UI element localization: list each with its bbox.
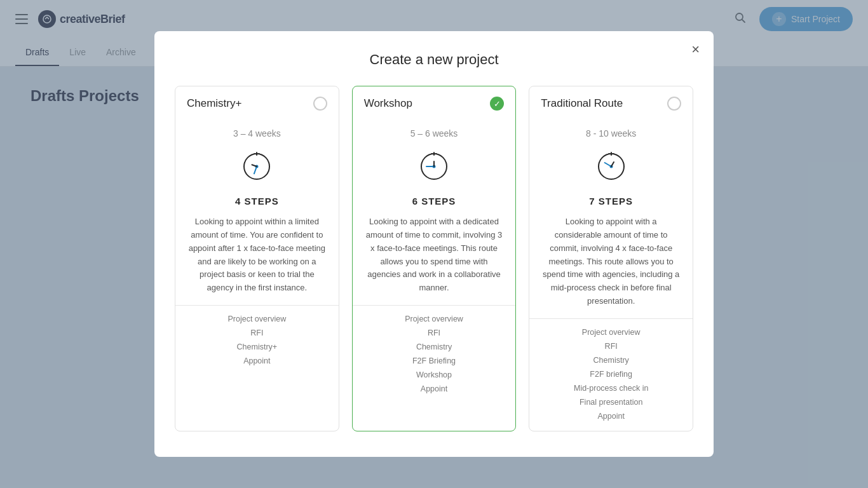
card-steps-list: Project overviewRFIChemistryF2F briefing… (529, 328, 693, 421)
card-header: Workshop ✓ (353, 86, 516, 121)
card-header: Traditional Route (529, 86, 693, 121)
step-item: Chemistry+ (237, 342, 278, 351)
step-item: F2F Briefing (412, 356, 456, 365)
card-divider (529, 318, 693, 319)
step-item: Appoint (243, 356, 270, 365)
step-item: RFI (428, 329, 440, 337)
step-item: Chemistry (593, 356, 629, 365)
modal-header: Create a new project (175, 51, 693, 68)
modal-close-button[interactable]: × (691, 43, 700, 57)
selected-check-icon: ✓ (490, 97, 504, 111)
card-title: Chemistry+ (187, 97, 241, 110)
card-divider (353, 305, 516, 306)
card-title: Workshop (364, 97, 412, 110)
card-description: Looking to appoint with a dedicated amou… (353, 215, 516, 295)
step-item: RFI (605, 342, 618, 351)
card-steps-label: 4 STEPS (235, 196, 279, 207)
card-weeks: 3 – 4 weeks (233, 128, 281, 139)
svg-line-16 (604, 163, 611, 166)
svg-line-5 (252, 165, 257, 167)
clock-icon (595, 150, 628, 186)
step-item: Chemistry (416, 342, 452, 351)
card-weeks: 5 – 6 weeks (410, 128, 458, 139)
card-description: Looking to appoint with a considerable a… (529, 215, 693, 308)
svg-line-4 (254, 166, 257, 173)
card-header: Chemistry+ (175, 86, 339, 121)
step-item: Project overview (582, 328, 641, 337)
step-item: Mid-process check in (574, 384, 648, 393)
card-steps-label: 6 STEPS (412, 196, 456, 207)
card-steps-list: Project overviewRFIChemistryF2F Briefing… (353, 315, 516, 393)
radio-icon[interactable] (313, 97, 327, 111)
card-weeks: 8 - 10 weeks (586, 128, 636, 139)
step-item: Final presentation (580, 398, 642, 407)
modal-title: Create a new project (175, 51, 693, 68)
step-item: F2F briefing (590, 370, 632, 379)
step-item: Project overview (227, 315, 286, 323)
radio-icon[interactable] (667, 97, 681, 111)
card-workshop[interactable]: Workshop ✓ 5 – 6 weeks 6 STEPS Looking t… (352, 86, 517, 431)
step-item: RFI (250, 329, 263, 337)
card-traditional-route[interactable]: Traditional Route 8 - 10 weeks 7 STEPS L… (529, 86, 693, 431)
step-item: Workshop (416, 370, 452, 379)
card-chemistry-plus[interactable]: Chemistry+ 3 – 4 weeks 4 STEPS Looking t… (175, 86, 339, 431)
card-title: Traditional Route (541, 97, 623, 110)
card-description: Looking to appoint within a limited amou… (175, 215, 339, 295)
clock-icon (240, 150, 273, 186)
card-steps-list: Project overviewRFIChemistry+Appoint (175, 315, 339, 365)
step-item: Appoint (421, 384, 447, 393)
clock-icon (417, 150, 451, 186)
project-type-cards: Chemistry+ 3 – 4 weeks 4 STEPS Looking t… (175, 86, 693, 431)
step-item: Appoint (597, 412, 624, 421)
modal-overlay: Create a new project × Chemistry+ 3 – 4 … (0, 0, 868, 488)
create-project-modal: Create a new project × Chemistry+ 3 – 4 … (154, 31, 714, 457)
card-divider (175, 305, 339, 306)
card-steps-label: 7 STEPS (589, 196, 633, 207)
step-item: Project overview (405, 315, 463, 323)
